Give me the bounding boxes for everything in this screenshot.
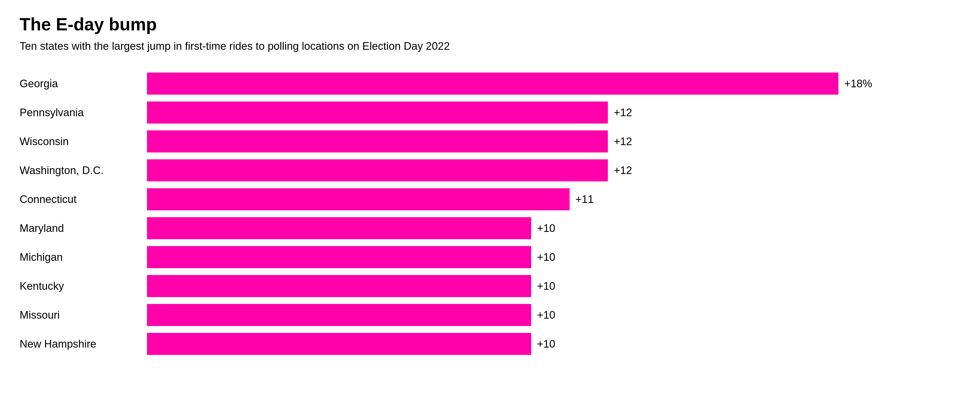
state-label: Maryland: [20, 222, 147, 234]
state-label: Pennsylvania: [20, 107, 147, 119]
bar-value: +12: [614, 107, 632, 119]
bar: [147, 333, 531, 355]
state-label: Michigan: [20, 251, 147, 263]
bar-value: +12: [614, 164, 632, 177]
bar-wrapper: +11: [147, 188, 960, 210]
bar-wrapper: +12: [147, 102, 960, 124]
bar-wrapper: +10: [147, 275, 960, 297]
bar-row: Pennsylvania+12: [20, 102, 960, 124]
bar-row: Washington, D.C.+12: [20, 159, 960, 182]
bar: [147, 159, 608, 182]
bar: [147, 188, 570, 210]
chart-subtitle: Ten states with the largest jump in firs…: [20, 39, 960, 53]
bar-wrapper: +10: [147, 217, 960, 239]
bar: [147, 102, 608, 124]
bar-row: Connecticut+11: [20, 188, 960, 210]
bar: [147, 217, 531, 239]
state-label: Washington, D.C.: [20, 164, 147, 177]
bar-value: +10: [537, 251, 555, 263]
state-label: New Hampshire: [20, 338, 147, 350]
bar: [147, 304, 531, 326]
bar-wrapper: +12: [147, 159, 960, 182]
bar-wrapper: +10: [147, 333, 960, 355]
bar-row: Wisconsin+12: [20, 131, 960, 153]
bar-row: Kentucky+10: [20, 275, 960, 297]
state-label: Georgia: [20, 78, 147, 90]
state-label: Missouri: [20, 309, 147, 321]
bar-wrapper: +12: [147, 131, 960, 153]
bar-value: +10: [537, 280, 555, 292]
state-label: Connecticut: [20, 193, 147, 205]
bar-value: +10: [537, 222, 555, 234]
state-label: Wisconsin: [20, 135, 147, 148]
bar: [147, 131, 608, 153]
bar-row: Georgia+18%: [20, 73, 960, 95]
bar: [147, 246, 531, 268]
chart-title: The E-day bump: [20, 15, 960, 34]
bar-wrapper: +10: [147, 246, 960, 268]
bar-chart: Georgia+18%Pennsylvania+12Wisconsin+12Wa…: [20, 73, 960, 355]
bar-wrapper: +18%: [147, 73, 960, 95]
bar-value: +18%: [844, 78, 872, 90]
bar-value: +10: [537, 338, 555, 350]
bar-wrapper: +10: [147, 304, 960, 326]
bar-row: Maryland+10: [20, 217, 960, 239]
bar-row: Michigan+10: [20, 246, 960, 268]
state-label: Kentucky: [20, 280, 147, 292]
bar: [147, 73, 838, 95]
bar-row: New Hampshire+10: [20, 333, 960, 355]
bar-value: +12: [614, 135, 632, 148]
bar: [147, 275, 531, 297]
bar-value: +11: [576, 193, 594, 205]
bar-row: Missouri+10: [20, 304, 960, 326]
bar-value: +10: [537, 309, 555, 321]
